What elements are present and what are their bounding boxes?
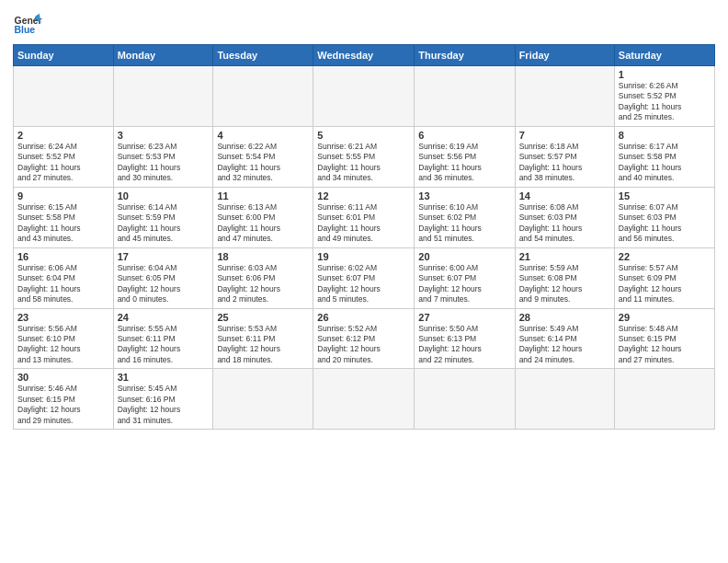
- day-info: Sunrise: 6:15 AM Sunset: 5:58 PM Dayligh…: [17, 202, 109, 245]
- calendar-cell: 1Sunrise: 6:26 AM Sunset: 5:52 PM Daylig…: [614, 66, 714, 127]
- day-info: Sunrise: 5:57 AM Sunset: 6:09 PM Dayligh…: [619, 263, 711, 305]
- day-info: Sunrise: 5:56 AM Sunset: 6:10 PM Dayligh…: [17, 324, 109, 366]
- day-number: 20: [418, 251, 510, 262]
- weekday-header-sunday: Sunday: [14, 45, 114, 66]
- day-number: 8: [619, 130, 711, 141]
- calendar-cell: 16Sunrise: 6:06 AM Sunset: 6:04 PM Dayli…: [14, 247, 114, 308]
- calendar-cell: 28Sunrise: 5:49 AM Sunset: 6:14 PM Dayli…: [515, 308, 614, 369]
- calendar-week-row: 9Sunrise: 6:15 AM Sunset: 5:58 PM Daylig…: [14, 187, 715, 247]
- day-number: 4: [217, 130, 309, 141]
- calendar-week-row: 23Sunrise: 5:56 AM Sunset: 6:10 PM Dayli…: [14, 308, 715, 369]
- day-number: 11: [217, 190, 309, 201]
- day-info: Sunrise: 5:53 AM Sunset: 6:11 PM Dayligh…: [217, 324, 309, 366]
- day-info: Sunrise: 6:24 AM Sunset: 5:52 PM Dayligh…: [17, 142, 109, 184]
- day-number: 5: [317, 130, 410, 141]
- calendar-cell: 20Sunrise: 6:00 AM Sunset: 6:07 PM Dayli…: [415, 247, 515, 308]
- calendar-cell: 4Sunrise: 6:22 AM Sunset: 5:54 PM Daylig…: [213, 126, 313, 187]
- calendar-cell: 12Sunrise: 6:11 AM Sunset: 6:01 PM Dayli…: [313, 187, 415, 247]
- calendar-cell: 8Sunrise: 6:17 AM Sunset: 5:58 PM Daylig…: [614, 126, 714, 187]
- calendar-cell: [213, 369, 313, 430]
- day-info: Sunrise: 6:11 AM Sunset: 6:01 PM Dayligh…: [317, 202, 410, 245]
- day-info: Sunrise: 6:17 AM Sunset: 5:58 PM Dayligh…: [619, 142, 711, 184]
- calendar-cell: 15Sunrise: 6:07 AM Sunset: 6:03 PM Dayli…: [614, 187, 714, 247]
- day-number: 17: [118, 251, 210, 262]
- day-number: 16: [17, 251, 109, 262]
- calendar-cell: [614, 369, 714, 430]
- calendar-week-row: 16Sunrise: 6:06 AM Sunset: 6:04 PM Dayli…: [14, 247, 715, 308]
- day-number: 27: [418, 312, 510, 323]
- day-info: Sunrise: 6:22 AM Sunset: 5:54 PM Dayligh…: [217, 142, 309, 184]
- calendar-cell: 7Sunrise: 6:18 AM Sunset: 5:57 PM Daylig…: [515, 126, 614, 187]
- day-info: Sunrise: 5:50 AM Sunset: 6:13 PM Dayligh…: [418, 324, 510, 366]
- calendar-cell: 10Sunrise: 6:14 AM Sunset: 5:59 PM Dayli…: [113, 187, 213, 247]
- calendar-cell: 14Sunrise: 6:08 AM Sunset: 6:03 PM Dayli…: [515, 187, 614, 247]
- calendar-week-row: 30Sunrise: 5:46 AM Sunset: 6:15 PM Dayli…: [14, 369, 715, 430]
- day-info: Sunrise: 6:18 AM Sunset: 5:57 PM Dayligh…: [519, 142, 610, 184]
- day-number: 22: [619, 251, 711, 262]
- day-info: Sunrise: 6:07 AM Sunset: 6:03 PM Dayligh…: [619, 202, 711, 245]
- day-number: 31: [118, 372, 210, 383]
- day-info: Sunrise: 6:23 AM Sunset: 5:53 PM Dayligh…: [118, 142, 210, 184]
- weekday-header-thursday: Thursday: [415, 45, 515, 66]
- day-info: Sunrise: 6:26 AM Sunset: 5:52 PM Dayligh…: [619, 81, 711, 123]
- svg-text:Blue: Blue: [15, 25, 36, 35]
- calendar-cell: 30Sunrise: 5:46 AM Sunset: 6:15 PM Dayli…: [14, 369, 114, 430]
- day-info: Sunrise: 6:02 AM Sunset: 6:07 PM Dayligh…: [317, 263, 410, 305]
- day-info: Sunrise: 5:48 AM Sunset: 6:15 PM Dayligh…: [619, 324, 711, 366]
- calendar-cell: [515, 369, 614, 430]
- page: General Blue SundayMondayTuesdayWednesda…: [0, 0, 728, 563]
- day-info: Sunrise: 6:21 AM Sunset: 5:55 PM Dayligh…: [317, 142, 410, 184]
- day-number: 13: [418, 190, 510, 201]
- day-number: 6: [418, 130, 510, 141]
- day-number: 19: [317, 251, 410, 262]
- day-number: 14: [519, 190, 610, 201]
- day-info: Sunrise: 6:14 AM Sunset: 5:59 PM Dayligh…: [118, 202, 210, 245]
- day-number: 29: [619, 312, 711, 323]
- weekday-header-monday: Monday: [113, 45, 213, 66]
- day-info: Sunrise: 6:10 AM Sunset: 6:02 PM Dayligh…: [418, 202, 510, 245]
- weekday-header-wednesday: Wednesday: [313, 45, 415, 66]
- day-info: Sunrise: 5:46 AM Sunset: 6:15 PM Dayligh…: [17, 384, 109, 426]
- day-info: Sunrise: 6:08 AM Sunset: 6:03 PM Dayligh…: [519, 202, 610, 245]
- day-number: 10: [118, 190, 210, 201]
- calendar-cell: 11Sunrise: 6:13 AM Sunset: 6:00 PM Dayli…: [213, 187, 313, 247]
- calendar-cell: 5Sunrise: 6:21 AM Sunset: 5:55 PM Daylig…: [313, 126, 415, 187]
- day-info: Sunrise: 5:59 AM Sunset: 6:08 PM Dayligh…: [519, 263, 610, 305]
- calendar-cell: 31Sunrise: 5:45 AM Sunset: 6:16 PM Dayli…: [113, 369, 213, 430]
- calendar-cell: 3Sunrise: 6:23 AM Sunset: 5:53 PM Daylig…: [113, 126, 213, 187]
- calendar-cell: [415, 369, 515, 430]
- day-number: 28: [519, 312, 610, 323]
- day-number: 26: [317, 312, 410, 323]
- calendar-cell: 17Sunrise: 6:04 AM Sunset: 6:05 PM Dayli…: [113, 247, 213, 308]
- day-number: 25: [217, 312, 309, 323]
- day-number: 23: [17, 312, 109, 323]
- day-number: 3: [118, 130, 210, 141]
- day-info: Sunrise: 5:45 AM Sunset: 6:16 PM Dayligh…: [118, 384, 210, 426]
- calendar-cell: [113, 66, 213, 127]
- day-number: 9: [17, 190, 109, 201]
- weekday-header-friday: Friday: [515, 45, 614, 66]
- calendar-cell: 24Sunrise: 5:55 AM Sunset: 6:11 PM Dayli…: [113, 308, 213, 369]
- generalblue-icon: General Blue: [13, 9, 42, 39]
- calendar-cell: 23Sunrise: 5:56 AM Sunset: 6:10 PM Dayli…: [14, 308, 114, 369]
- calendar-cell: [213, 66, 313, 127]
- calendar-cell: 22Sunrise: 5:57 AM Sunset: 6:09 PM Dayli…: [614, 247, 714, 308]
- calendar-cell: 25Sunrise: 5:53 AM Sunset: 6:11 PM Dayli…: [213, 308, 313, 369]
- day-info: Sunrise: 6:00 AM Sunset: 6:07 PM Dayligh…: [418, 263, 510, 305]
- logo: General Blue: [13, 9, 42, 39]
- day-info: Sunrise: 6:19 AM Sunset: 5:56 PM Dayligh…: [418, 142, 510, 184]
- day-info: Sunrise: 6:04 AM Sunset: 6:05 PM Dayligh…: [118, 263, 210, 305]
- weekday-header-saturday: Saturday: [614, 45, 714, 66]
- calendar-cell: 9Sunrise: 6:15 AM Sunset: 5:58 PM Daylig…: [14, 187, 114, 247]
- calendar-cell: 18Sunrise: 6:03 AM Sunset: 6:06 PM Dayli…: [213, 247, 313, 308]
- calendar-cell: 26Sunrise: 5:52 AM Sunset: 6:12 PM Dayli…: [313, 308, 415, 369]
- calendar-week-row: 2Sunrise: 6:24 AM Sunset: 5:52 PM Daylig…: [14, 126, 715, 187]
- day-info: Sunrise: 5:52 AM Sunset: 6:12 PM Dayligh…: [317, 324, 410, 366]
- calendar-cell: 2Sunrise: 6:24 AM Sunset: 5:52 PM Daylig…: [14, 126, 114, 187]
- calendar-cell: [313, 66, 415, 127]
- header: General Blue: [13, 9, 715, 39]
- day-number: 12: [317, 190, 410, 201]
- calendar-cell: 19Sunrise: 6:02 AM Sunset: 6:07 PM Dayli…: [313, 247, 415, 308]
- day-info: Sunrise: 6:03 AM Sunset: 6:06 PM Dayligh…: [217, 263, 309, 305]
- calendar-table: SundayMondayTuesdayWednesdayThursdayFrid…: [13, 44, 715, 430]
